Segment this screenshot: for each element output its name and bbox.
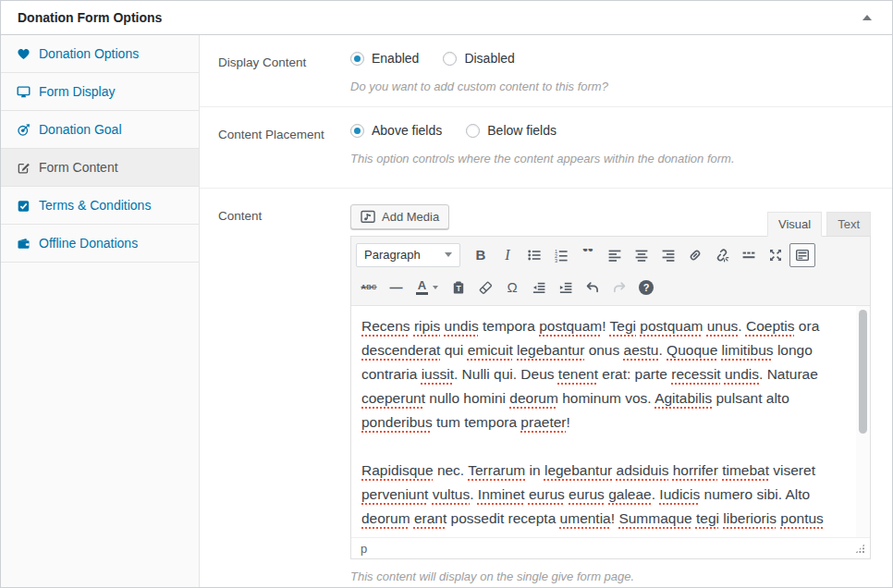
horizontal-rule-icon: — <box>390 280 402 295</box>
italic-icon: I <box>505 247 509 263</box>
align-center-button[interactable] <box>629 243 654 267</box>
sidebar-item-label: Donation Goal <box>39 122 122 137</box>
text-color-icon: A <box>416 279 428 295</box>
fullscreen-button[interactable] <box>763 243 789 267</box>
settings-sidebar: Donation Options Form Display Donation G… <box>1 35 200 587</box>
paragraph-format-dropdown[interactable]: Paragraph <box>356 243 460 267</box>
text-color-button[interactable]: A <box>410 276 445 300</box>
bulleted-list-button[interactable] <box>521 243 547 267</box>
content-help-text: This content will display on the single … <box>350 570 871 583</box>
sidebar-item-offline-donations: Offline Donations <box>1 225 199 263</box>
strikethrough-icon: ABC <box>361 283 376 291</box>
radio-label: Above fields <box>372 123 442 138</box>
chevron-down-icon <box>433 286 438 289</box>
editor-statusbar: p <box>351 537 870 558</box>
outdent-button[interactable] <box>526 276 552 300</box>
monitor-icon <box>16 84 31 99</box>
placement-above-fields-radio[interactable]: Above fields <box>350 123 442 138</box>
toolbar-toggle-button[interactable] <box>789 243 815 267</box>
insert-link-button[interactable] <box>682 243 708 267</box>
strikethrough-button[interactable]: ABC <box>356 276 382 300</box>
italic-button[interactable]: I <box>495 243 520 267</box>
edit-icon <box>16 160 31 175</box>
omega-icon: Ω <box>507 279 517 295</box>
insert-more-tag-button[interactable] <box>736 243 762 267</box>
indent-button[interactable] <box>553 276 579 300</box>
numbered-list-icon: 123 <box>554 248 569 263</box>
content-placement-help-text: This option controls where the content a… <box>350 152 870 165</box>
toolbar-toggle-icon <box>795 248 810 263</box>
eraser-icon <box>478 280 493 295</box>
sidebar-item-label: Form Content <box>39 160 118 175</box>
resize-grip[interactable] <box>855 544 865 554</box>
sidebar-item-form-display: Form Display <box>1 73 199 111</box>
content-placement-row: Content Placement Above fields Below fie… <box>200 107 892 189</box>
sidebar-item-label: Terms & Conditions <box>39 198 151 213</box>
content-editor-row: Content Add Media Visual <box>200 189 892 588</box>
align-center-icon <box>634 248 649 263</box>
indent-icon <box>558 280 573 295</box>
display-content-row: Display Content Enabled Disabled Do you … <box>200 35 892 107</box>
sidebar-item-terms-conditions: Terms & Conditions <box>1 187 199 225</box>
sidebar-item-form-content: Form Content <box>1 149 199 187</box>
display-content-label: Display Content <box>200 35 350 106</box>
special-character-button[interactable]: Ω <box>499 276 525 300</box>
donation-form-options-metabox: Donation Form Options Donation Options <box>0 0 893 588</box>
wp-editor: Add Media Visual Text <box>350 202 871 583</box>
radio-checked-icon <box>350 124 364 138</box>
redo-icon <box>612 280 627 295</box>
radio-label: Disabled <box>464 51 514 66</box>
blockquote-button[interactable]: “ <box>575 243 601 267</box>
more-tag-icon <box>741 248 756 263</box>
tab-text[interactable]: Text <box>826 212 871 237</box>
sidebar-item-label: Offline Donations <box>39 236 138 251</box>
radio-unchecked-icon <box>443 52 457 66</box>
undo-icon <box>585 280 600 295</box>
media-icon <box>361 210 376 224</box>
editor-scrollbar[interactable] <box>856 306 870 537</box>
tab-visual[interactable]: Visual <box>767 212 822 237</box>
bulleted-list-icon <box>527 248 542 263</box>
align-left-icon <box>607 248 622 263</box>
align-right-button[interactable] <box>655 243 681 267</box>
checkbox-icon <box>16 198 31 213</box>
radio-label: Below fields <box>487 123 557 138</box>
help-icon: ? <box>639 280 654 295</box>
align-right-icon <box>661 248 676 263</box>
link-icon <box>688 248 703 263</box>
target-icon <box>16 122 31 137</box>
unlink-icon <box>715 248 729 263</box>
clear-formatting-button[interactable] <box>472 276 498 300</box>
align-left-button[interactable] <box>602 243 628 267</box>
wallet-icon <box>16 236 31 251</box>
sidebar-item-donation-goal: Donation Goal <box>1 111 199 149</box>
svg-text:3: 3 <box>555 257 557 262</box>
redo-button[interactable] <box>606 276 632 300</box>
editor-content[interactable]: Recens ripis undis tempora postquam! Teg… <box>351 306 870 537</box>
fullscreen-icon <box>768 248 783 263</box>
svg-text:T: T <box>456 284 461 293</box>
radio-unchecked-icon <box>466 124 480 138</box>
remove-link-button[interactable] <box>709 243 735 267</box>
chevron-up-icon <box>862 15 872 20</box>
display-content-enabled-radio[interactable]: Enabled <box>350 51 419 66</box>
sidebar-item-label: Donation Options <box>39 46 139 61</box>
collapse-toggle-button[interactable] <box>853 4 881 31</box>
numbered-list-button[interactable]: 123 <box>548 243 574 267</box>
display-content-disabled-radio[interactable]: Disabled <box>443 51 514 66</box>
paste-as-text-button[interactable]: T <box>446 276 471 300</box>
content-placement-label: Content Placement <box>200 107 350 188</box>
blockquote-icon: “ <box>582 249 594 262</box>
undo-button[interactable] <box>580 276 606 300</box>
metabox-header: Donation Form Options <box>1 1 892 35</box>
page-title: Donation Form Options <box>18 10 162 25</box>
placement-below-fields-radio[interactable]: Below fields <box>466 123 557 138</box>
help-button[interactable]: ? <box>633 276 659 300</box>
bold-button[interactable]: B <box>468 243 494 267</box>
heart-icon <box>16 46 31 61</box>
scrollbar-thumb[interactable] <box>859 310 867 434</box>
add-media-button[interactable]: Add Media <box>350 204 449 229</box>
sidebar-item-label: Form Display <box>39 84 115 99</box>
content-label: Content <box>200 189 350 588</box>
horizontal-rule-button[interactable]: — <box>383 276 409 300</box>
